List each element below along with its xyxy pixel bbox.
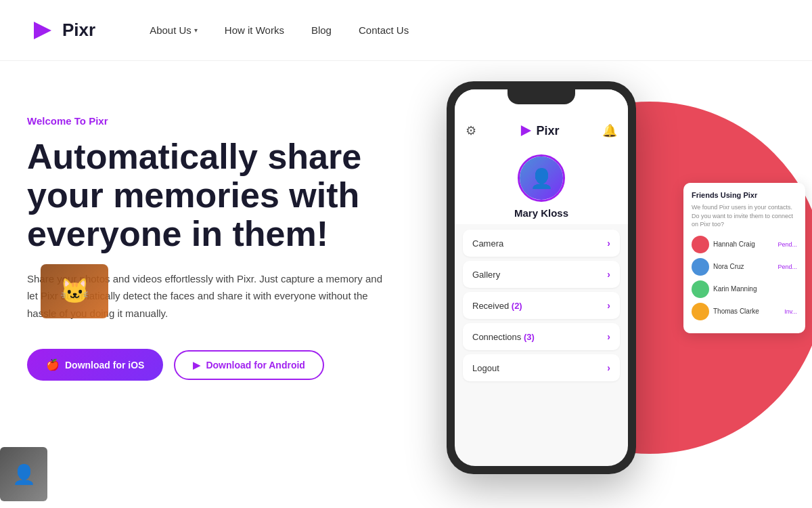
menu-item-received[interactable]: Received (2) › — [463, 292, 620, 319]
download-android-button[interactable]: ▶ Download for Android — [174, 350, 323, 380]
menu-label-received: Received (2) — [472, 301, 522, 311]
menu-item-logout[interactable]: Logout › — [463, 354, 620, 381]
app-profile: 👤 Mary Kloss — [455, 146, 628, 224]
brand-name: Pixr — [62, 20, 95, 41]
avatar-image: 👤 — [520, 156, 563, 200]
avatar: 👤 — [518, 154, 565, 202]
app-menu: Camera › Gallery › Received (2) › — [455, 224, 628, 391]
apple-icon: 🍎 — [46, 358, 60, 371]
hero-section: Welcome To Pixr Automatically share your… — [0, 61, 812, 508]
bell-icon: 🔔 — [602, 123, 617, 138]
phone-mockup: ⚙ Pixr 🔔 👤 Mary Kloss — [447, 81, 636, 474]
app-logo-icon — [519, 124, 533, 137]
nav-link-about[interactable]: About Us ▾ — [150, 24, 198, 36]
chevron-right-icon-4: › — [607, 331, 610, 342]
chevron-right-icon-5: › — [607, 362, 610, 373]
download-ios-button[interactable]: 🍎 Download for iOS — [27, 349, 163, 381]
chevron-right-icon: › — [607, 238, 610, 249]
download-buttons: 🍎 Download for iOS ▶ Download for Androi… — [27, 349, 420, 381]
chevron-down-icon: ▾ — [194, 26, 198, 34]
menu-item-camera[interactable]: Camera › — [463, 230, 620, 257]
small-photo-inner: 👤 — [0, 447, 47, 501]
logo[interactable]: Pixr — [27, 16, 95, 45]
friend-item-1: Hannah Craig Pend... — [692, 236, 797, 253]
friends-panel-title: Friends Using Pixr — [692, 191, 797, 199]
nav-item-contact[interactable]: Contact Us — [359, 24, 409, 37]
welcome-text: Welcome To Pixr — [27, 115, 420, 127]
friend-item-4: Thomas Clarke Inv... — [692, 303, 797, 320]
friend-name-3: Karin Manning — [713, 285, 793, 293]
navbar: Pixr About Us ▾ How it Works Blog Contac… — [0, 0, 812, 61]
menu-item-connections[interactable]: Connections (3) › — [463, 323, 620, 350]
friend-status-1: Pend... — [777, 241, 797, 248]
chevron-right-icon-3: › — [607, 300, 610, 311]
friend-item-3: Karin Manning — [692, 280, 797, 298]
menu-label-logout: Logout — [472, 363, 499, 373]
svg-marker-1 — [34, 22, 51, 39]
nav-links: About Us ▾ How it Works Blog Contact Us — [150, 24, 409, 37]
menu-label-connections: Connections (3) — [472, 332, 535, 342]
gear-icon: ⚙ — [466, 123, 476, 138]
phone-screen: ⚙ Pixr 🔔 👤 Mary Kloss — [455, 89, 628, 466]
hero-title: Automatically share your memories with e… — [27, 137, 406, 254]
nav-item-about[interactable]: About Us ▾ — [150, 24, 198, 36]
nav-link-contact[interactable]: Contact Us — [359, 24, 409, 36]
nav-link-blog[interactable]: Blog — [311, 24, 332, 36]
chevron-right-icon-2: › — [607, 269, 610, 280]
friend-name-4: Thomas Clarke — [713, 308, 780, 315]
app-brand-name: Pixr — [536, 124, 559, 138]
friends-panel-subtitle: We found Pixr users in your contacts. Do… — [692, 203, 797, 229]
friend-avatar-1 — [692, 236, 709, 253]
friend-avatar-4 — [692, 303, 709, 320]
menu-label-gallery: Gallery — [472, 270, 500, 280]
friend-name-2: Nora Cruz — [713, 263, 773, 270]
friends-panel: Friends Using Pixr We found Pixr users i… — [683, 183, 805, 333]
cat-photo: 🐱 — [41, 264, 108, 318]
friend-status-4: Inv... — [784, 308, 797, 315]
app-logo: Pixr — [519, 124, 559, 138]
phone-notch — [508, 89, 575, 104]
nav-link-how[interactable]: How it Works — [225, 24, 284, 36]
android-icon: ▶ — [193, 360, 200, 371]
friend-item-2: Nora Cruz Pend... — [692, 258, 797, 276]
logo-icon — [27, 16, 55, 45]
friend-avatar-2 — [692, 258, 709, 276]
cat-image: 🐱 — [41, 264, 108, 318]
friend-avatar-3 — [692, 280, 709, 298]
nav-item-blog[interactable]: Blog — [311, 24, 332, 37]
small-photo: 👤 — [0, 447, 47, 501]
friend-status-2: Pend... — [777, 263, 797, 270]
nav-item-how[interactable]: How it Works — [225, 24, 284, 37]
username: Mary Kloss — [514, 207, 568, 219]
menu-item-gallery[interactable]: Gallery › — [463, 261, 620, 288]
svg-marker-2 — [521, 125, 531, 136]
phone-area: ⚙ Pixr 🔔 👤 Mary Kloss — [392, 61, 812, 508]
menu-label-camera: Camera — [472, 238, 503, 249]
friend-name-1: Hannah Craig — [713, 240, 773, 248]
